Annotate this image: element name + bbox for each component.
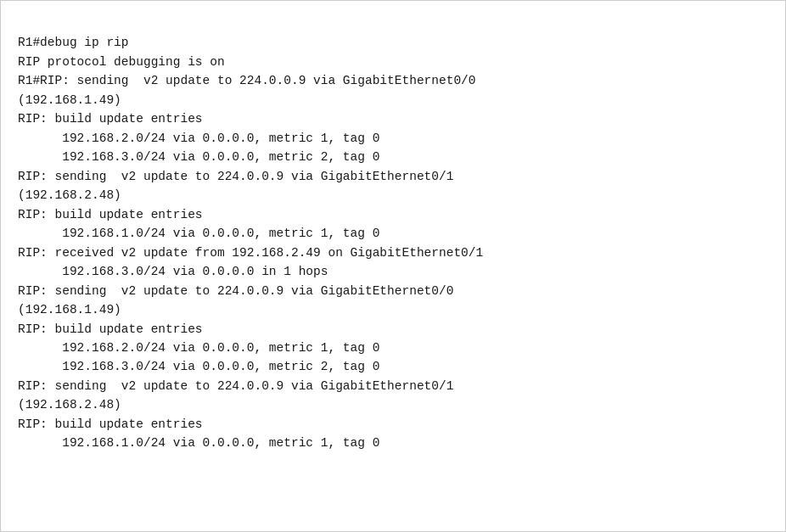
- terminal-line-6: 192.168.3.0/24 via 0.0.0.0, metric 2, ta…: [18, 148, 768, 166]
- terminal-line-0: R1#debug ip rip: [18, 33, 768, 52]
- terminal-line-13: RIP: sending v2 update to 224.0.0.9 via …: [18, 282, 768, 300]
- terminal-line-12: 192.168.3.0/24 via 0.0.0.0 in 1 hops: [18, 262, 768, 281]
- terminal-line-16: 192.168.2.0/24 via 0.0.0.0, metric 1, ta…: [18, 339, 768, 357]
- terminal-line-2: R1#RIP: sending v2 update to 224.0.0.9 v…: [18, 71, 768, 90]
- terminal-line-7: RIP: sending v2 update to 224.0.0.9 via …: [18, 167, 768, 186]
- terminal-output: R1#debug ip ripRIP protocol debugging is…: [0, 0, 786, 532]
- terminal-line-15: RIP: build update entries: [18, 320, 768, 339]
- terminal-line-21: 192.168.1.0/24 via 0.0.0.0, metric 1, ta…: [18, 434, 768, 452]
- terminal-line-17: 192.168.3.0/24 via 0.0.0.0, metric 2, ta…: [18, 357, 768, 376]
- terminal-line-14: (192.168.1.49): [18, 300, 768, 319]
- terminal-line-5: 192.168.2.0/24 via 0.0.0.0, metric 1, ta…: [18, 129, 768, 148]
- terminal-line-4: RIP: build update entries: [18, 109, 768, 128]
- terminal-line-18: RIP: sending v2 update to 224.0.0.9 via …: [18, 377, 768, 395]
- terminal-line-9: RIP: build update entries: [18, 205, 768, 224]
- terminal-line-1: RIP protocol debugging is on: [18, 53, 768, 71]
- terminal-line-10: 192.168.1.0/24 via 0.0.0.0, metric 1, ta…: [18, 224, 768, 243]
- terminal-line-8: (192.168.2.48): [18, 186, 768, 204]
- terminal-line-11: RIP: received v2 update from 192.168.2.4…: [18, 244, 768, 262]
- terminal-line-19: (192.168.2.48): [18, 395, 768, 414]
- terminal-line-3: (192.168.1.49): [18, 91, 768, 109]
- terminal-line-20: RIP: build update entries: [18, 415, 768, 434]
